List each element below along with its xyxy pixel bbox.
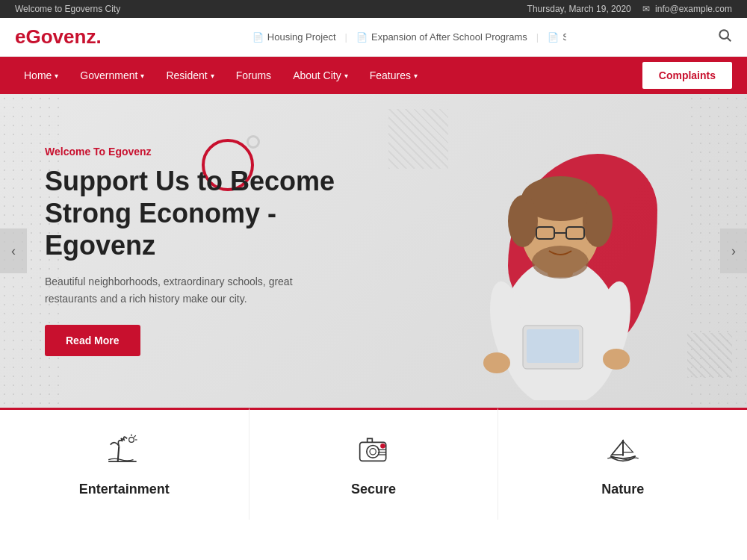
svg-point-25 <box>367 446 379 458</box>
ticker-icon-3: 📄 <box>548 32 559 43</box>
nav-item-government[interactable]: Government ▾ <box>71 57 153 94</box>
nav-item-resident[interactable]: Resident ▾ <box>157 57 223 94</box>
ticker-item-3[interactable]: 📄 Summer Festival Ti... <box>548 31 566 43</box>
card-entertainment[interactable]: Entertainment <box>0 408 249 520</box>
card-title-entertainment: Entertainment <box>15 482 234 497</box>
email-icon: ✉ <box>642 4 650 14</box>
complaints-button[interactable]: Complaints <box>642 62 732 89</box>
nav-item-forums[interactable]: Forums <box>227 57 280 94</box>
nav-items: Home ▾ Government ▾ Resident ▾ Forums Ab… <box>15 57 427 94</box>
ticker-icon-2: 📄 <box>356 32 368 43</box>
chevron-icon: ▾ <box>55 72 58 80</box>
ticker-bar: 📄 Housing Project | 📄 Expansion of After… <box>252 31 566 43</box>
nature-icon <box>513 432 732 473</box>
svg-point-19 <box>129 438 134 443</box>
header: eGovenz. 📄 Housing Project | 📄 Expansion… <box>0 18 747 57</box>
hero-subtitle: Welcome To Egovenz <box>45 146 374 158</box>
logo[interactable]: eGovenz. <box>15 25 102 49</box>
card-title-nature: Nature <box>513 482 732 497</box>
svg-line-1 <box>728 38 731 42</box>
welcome-text: Welcome to Egoverns City <box>15 4 120 14</box>
card-nature[interactable]: Nature <box>498 408 747 520</box>
svg-point-8 <box>532 246 589 279</box>
card-secure[interactable]: Secure <box>249 408 499 520</box>
svg-point-15 <box>603 349 630 370</box>
svg-line-22 <box>134 435 137 438</box>
slider-prev-button[interactable]: ‹ <box>0 228 27 273</box>
ticker-item-1[interactable]: 📄 Housing Project <box>252 31 336 43</box>
svg-point-26 <box>370 449 376 455</box>
nav-item-home[interactable]: Home ▾ <box>15 57 67 94</box>
hero-section: Welcome To Egovenz Support Us to Become … <box>0 94 747 408</box>
main-nav: Home ▾ Government ▾ Resident ▾ Forums Ab… <box>0 57 747 94</box>
hero-content: Welcome To Egovenz Support Us to Become … <box>0 146 374 356</box>
date-text: Thursday, March 19, 2020 <box>527 4 631 14</box>
cards-section: Entertainment Secure <box>0 408 747 520</box>
logo-name: Govenz <box>25 25 96 48</box>
svg-rect-17 <box>527 329 579 363</box>
svg-point-6 <box>508 195 538 247</box>
hero-read-more-button[interactable]: Read More <box>45 325 140 356</box>
hero-title: Support Us to Become Strong Economy - Eg… <box>45 165 374 262</box>
svg-point-0 <box>719 30 728 39</box>
top-bar: Welcome to Egoverns City Thursday, March… <box>0 0 747 18</box>
nav-item-about-city[interactable]: About City ▾ <box>284 57 357 94</box>
secure-icon <box>264 432 483 473</box>
nav-item-features[interactable]: Features ▾ <box>361 57 427 94</box>
svg-point-14 <box>483 352 510 373</box>
top-bar-right: Thursday, March 19, 2020 ✉ info@example.… <box>527 4 732 14</box>
hero-description: Beautiful neighborhoods, extraordinary s… <box>45 273 314 307</box>
logo-dot: . <box>96 25 101 48</box>
chevron-icon: ▾ <box>140 72 144 80</box>
chevron-icon: ▾ <box>211 72 214 80</box>
card-title-secure: Secure <box>264 482 483 497</box>
ticker-icon-1: 📄 <box>252 32 264 43</box>
hero-stripes-br-decoration <box>687 333 732 378</box>
chevron-icon: ▾ <box>414 72 418 80</box>
svg-point-7 <box>583 195 613 247</box>
entertainment-icon <box>15 432 234 473</box>
ticker-item-2[interactable]: 📄 Expansion of After School Programs <box>356 31 527 43</box>
slider-next-button[interactable]: › <box>720 228 747 273</box>
svg-point-27 <box>380 444 385 449</box>
hero-person-image <box>433 109 687 400</box>
logo-e: e <box>15 25 25 48</box>
chevron-icon: ▾ <box>344 72 348 80</box>
search-button[interactable] <box>717 28 732 46</box>
email-link[interactable]: ✉ info@example.com <box>642 4 732 14</box>
